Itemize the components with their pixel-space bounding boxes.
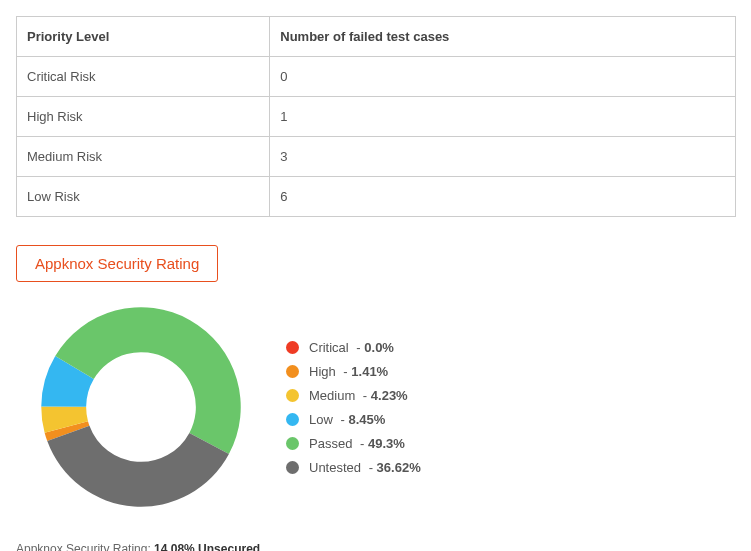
row-value: 3	[270, 137, 736, 177]
row-value: 0	[270, 57, 736, 97]
legend-swatch-icon	[286, 341, 299, 354]
table-row: High Risk 1	[17, 97, 736, 137]
table-row: Medium Risk 3	[17, 137, 736, 177]
chart-legend: Critical - 0.0% High - 1.41% Medium - 4.…	[286, 340, 421, 475]
legend-item-low: Low - 8.45%	[286, 412, 421, 427]
security-rating-footer: Appknox Security Rating: 14.08% Unsecure…	[16, 542, 735, 551]
table-header-priority: Priority Level	[17, 17, 270, 57]
legend-label: Low	[309, 412, 333, 427]
legend-item-critical: Critical - 0.0%	[286, 340, 421, 355]
legend-label: High	[309, 364, 336, 379]
row-label: Critical Risk	[17, 57, 270, 97]
legend-item-untested: Untested - 36.62%	[286, 460, 421, 475]
legend-item-passed: Passed - 49.3%	[286, 436, 421, 451]
table-header-failed: Number of failed test cases	[270, 17, 736, 57]
table-row: Low Risk 6	[17, 177, 736, 217]
footer-value: 14.08% Unsecured	[154, 542, 260, 551]
legend-label: Passed	[309, 436, 352, 451]
chart-area: Critical - 0.0% High - 1.41% Medium - 4.…	[36, 302, 735, 512]
legend-value: 49.3%	[368, 436, 405, 451]
row-value: 1	[270, 97, 736, 137]
footer-prefix: Appknox Security Rating:	[16, 542, 154, 551]
legend-swatch-icon	[286, 365, 299, 378]
legend-label: Critical	[309, 340, 349, 355]
legend-value: 0.0%	[364, 340, 394, 355]
legend-value: 1.41%	[351, 364, 388, 379]
risk-table: Priority Level Number of failed test cas…	[16, 16, 736, 217]
table-row: Critical Risk 0	[17, 57, 736, 97]
row-label: Low Risk	[17, 177, 270, 217]
legend-swatch-icon	[286, 461, 299, 474]
legend-value: 8.45%	[348, 412, 385, 427]
legend-item-high: High - 1.41%	[286, 364, 421, 379]
row-value: 6	[270, 177, 736, 217]
row-label: High Risk	[17, 97, 270, 137]
legend-swatch-icon	[286, 437, 299, 450]
security-rating-badge: Appknox Security Rating	[16, 245, 218, 282]
legend-label: Medium	[309, 388, 355, 403]
donut-chart	[36, 302, 246, 512]
row-label: Medium Risk	[17, 137, 270, 177]
legend-swatch-icon	[286, 389, 299, 402]
legend-value: 4.23%	[371, 388, 408, 403]
legend-swatch-icon	[286, 413, 299, 426]
legend-item-medium: Medium - 4.23%	[286, 388, 421, 403]
legend-value: 36.62%	[377, 460, 421, 475]
legend-label: Untested	[309, 460, 361, 475]
